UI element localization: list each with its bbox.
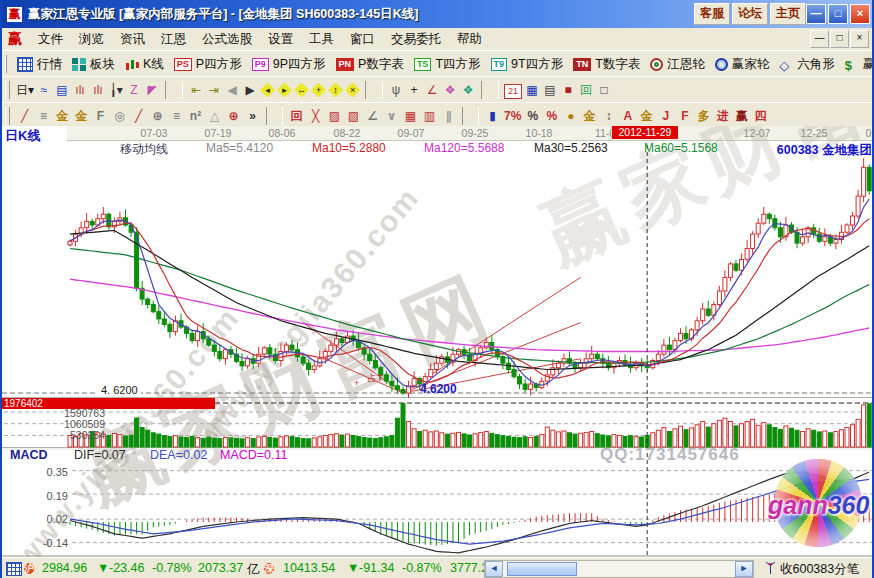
draw-tool-icon[interactable]: 进 xyxy=(715,108,730,125)
menu-item[interactable]: 工具 xyxy=(301,31,342,48)
draw-tool-icon[interactable]: 金 xyxy=(74,108,89,125)
tool-icon[interactable]: ılı xyxy=(72,82,88,99)
draw-tool-icon[interactable] xyxy=(266,107,283,125)
menu-item[interactable]: 帮助 xyxy=(449,31,490,48)
tool-icon[interactable]: ❖ xyxy=(460,82,476,99)
draw-tool-icon[interactable]: ╳ xyxy=(308,108,323,125)
draw-tool-icon[interactable]: 多 xyxy=(696,108,711,125)
draw-tool-icon[interactable]: ∠ xyxy=(365,108,380,125)
menu-item[interactable]: 浏览 xyxy=(71,31,112,48)
scroll-right-arrow[interactable]: ► xyxy=(735,561,753,577)
tool-icon[interactable]: ılı xyxy=(90,82,106,99)
draw-tool-icon[interactable]: ▧ xyxy=(346,108,361,125)
draw-tool-icon[interactable]: ▦ xyxy=(403,108,418,125)
tool-icon[interactable]: □ xyxy=(596,82,612,99)
title-button[interactable]: 论坛 xyxy=(732,3,768,25)
draw-tool-icon[interactable]: ▮ xyxy=(485,108,500,125)
draw-tool-icon[interactable]: ∥ xyxy=(441,108,456,125)
toolbar-button[interactable]: 板块 xyxy=(67,56,120,73)
toolbar-button[interactable]: TS T四方形 xyxy=(409,56,486,73)
draw-tool-icon[interactable] xyxy=(462,107,479,125)
draw-tool-icon[interactable]: 回 xyxy=(289,108,304,125)
draw-tool-icon[interactable]: 金 xyxy=(55,108,70,125)
title-button[interactable]: 客服 xyxy=(694,3,730,25)
tool-icon[interactable]: ψ xyxy=(388,82,404,99)
draw-tool-icon[interactable]: F xyxy=(93,108,108,125)
draw-tool-icon[interactable]: % xyxy=(525,108,540,125)
tool-icon[interactable]: ◂ xyxy=(260,83,275,98)
kline-plot[interactable] xyxy=(2,141,874,557)
scroll-thumb[interactable] xyxy=(507,562,577,576)
scroll-left-arrow[interactable]: ◄ xyxy=(485,561,503,577)
tool-icon[interactable] xyxy=(165,81,183,99)
tool-icon[interactable] xyxy=(365,81,383,99)
draw-tool-icon[interactable]: % xyxy=(544,108,559,125)
menu-item[interactable]: 交易委托 xyxy=(383,31,449,48)
draw-tool-icon[interactable]: » xyxy=(245,108,260,125)
draw-tool-icon[interactable]: ∨ xyxy=(384,108,399,125)
tool-icon[interactable]: + xyxy=(311,83,326,98)
tool-icon[interactable]: × xyxy=(345,83,360,98)
tool-icon[interactable]: ▸ xyxy=(277,83,292,98)
toolbar-button[interactable]: PS P四方形 xyxy=(169,56,247,73)
tool-icon[interactable]: + xyxy=(406,82,422,99)
horizontal-scrollbar[interactable]: ◄ ► xyxy=(484,560,754,578)
toolbar-button[interactable]: TN T数字表 xyxy=(568,56,645,73)
tick-feed-label[interactable]: 收600383分笔 xyxy=(780,561,859,578)
tool-icon[interactable]: ↔ xyxy=(294,83,309,98)
mdi-minimize-button[interactable]: — xyxy=(810,30,829,48)
menu-item[interactable]: 窗口 xyxy=(342,31,383,48)
draw-tool-icon[interactable]: ↕ xyxy=(601,108,616,125)
toolbar-button[interactable]: PN P数字表 xyxy=(331,56,409,73)
toolbar-grip[interactable] xyxy=(5,107,10,125)
tool-icon[interactable]: ∠ xyxy=(424,82,440,99)
tool-icon[interactable]: ▤ xyxy=(542,82,558,99)
tool-icon[interactable]: 回 xyxy=(578,82,594,99)
draw-tool-icon[interactable]: ≡ xyxy=(169,108,184,125)
toolbar-button[interactable]: K线 xyxy=(120,56,169,73)
draw-tool-icon[interactable]: n² xyxy=(188,108,203,125)
draw-tool-icon[interactable]: ⊕ xyxy=(150,108,165,125)
tool-icon[interactable]: ❖ xyxy=(442,82,458,99)
tool-icon[interactable]: ◤ xyxy=(144,82,160,99)
menu-item[interactable]: 资讯 xyxy=(112,31,153,48)
maximize-button[interactable]: □ xyxy=(828,4,848,24)
toolbar-button[interactable]: T9 9T四方形 xyxy=(486,56,569,73)
draw-tool-icon[interactable]: A xyxy=(620,108,635,125)
draw-tool-icon[interactable]: ╱ xyxy=(131,108,146,125)
tool-icon[interactable]: ■ xyxy=(560,82,576,99)
draw-tool-icon[interactable]: ▥ xyxy=(422,108,437,125)
menu-item[interactable]: 文件 xyxy=(30,31,71,48)
tool-icon[interactable]: ⇤ xyxy=(188,82,204,99)
draw-tool-icon[interactable]: ≡ xyxy=(36,108,51,125)
menu-item[interactable]: 设置 xyxy=(260,31,301,48)
tool-icon[interactable]: ≈ xyxy=(36,82,52,99)
draw-tool-icon[interactable]: J xyxy=(658,108,673,125)
tool-icon[interactable] xyxy=(481,81,499,99)
tool-icon[interactable]: ▦ xyxy=(524,82,540,99)
toolbar-button[interactable]: 行情 xyxy=(12,56,67,73)
tool-icon[interactable]: ↕ xyxy=(328,83,343,98)
toolbar-button[interactable]: 六角形 xyxy=(774,56,840,73)
draw-tool-icon[interactable]: 赢 xyxy=(734,108,749,125)
draw-tool-icon[interactable]: ● xyxy=(563,108,578,125)
draw-tool-icon[interactable]: ◎ xyxy=(112,108,127,125)
draw-tool-icon[interactable]: F xyxy=(677,108,692,125)
title-button[interactable]: 主页 xyxy=(770,3,806,25)
toolbar-button[interactable]: 赢家服务 xyxy=(840,56,874,73)
chart-area[interactable]: 赢家财富网 赢家财富网 www.yingjia360.com www.yingj… xyxy=(2,126,874,557)
toolbar-button[interactable]: 赢家轮 xyxy=(710,56,775,73)
tool-icon[interactable]: 21 xyxy=(504,84,522,99)
tool-icon[interactable]: ◀ xyxy=(224,82,240,99)
draw-tool-icon[interactable]: ╱ xyxy=(17,108,32,125)
tool-icon[interactable]: 日▾ xyxy=(16,82,34,99)
menu-item[interactable]: 江恩 xyxy=(153,31,194,48)
tool-icon[interactable]: ⇥ xyxy=(206,82,222,99)
draw-tool-icon[interactable]: ▨ xyxy=(327,108,342,125)
tool-icon[interactable]: Z xyxy=(126,82,142,99)
minimize-button[interactable]: — xyxy=(806,4,826,24)
draw-tool-icon[interactable]: 金 xyxy=(639,108,654,125)
tool-icon[interactable]: ▤ xyxy=(54,82,70,99)
draw-tool-icon[interactable]: ⊕ xyxy=(226,108,241,125)
draw-tool-icon[interactable]: 7% xyxy=(504,108,521,125)
